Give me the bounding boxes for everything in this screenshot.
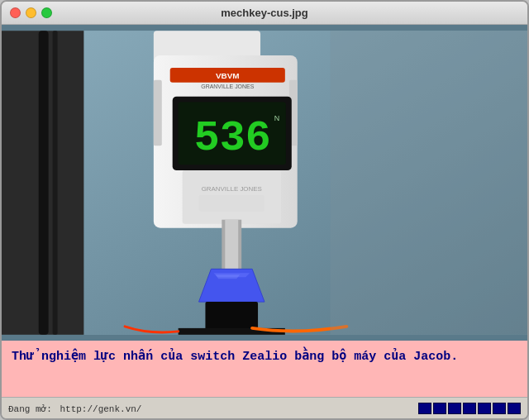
- traffic-lights: [10, 7, 52, 18]
- progress-bar: [418, 403, 521, 414]
- app-window: mechkey-cus.jpg: [0, 0, 529, 420]
- progress-seg-4: [463, 403, 476, 414]
- svg-rect-8: [154, 80, 162, 146]
- minimize-button[interactable]: [26, 7, 36, 18]
- caption-text: Thử nghiệm lực nhấn của switch Zealio bằ…: [12, 347, 517, 367]
- svg-rect-19: [199, 195, 265, 212]
- svg-rect-3: [39, 31, 49, 335]
- progress-seg-3: [448, 403, 461, 414]
- svg-text:VBVM: VBVM: [216, 71, 240, 80]
- status-url-value: http://genk.vn/: [60, 404, 141, 414]
- progress-seg-6: [493, 403, 506, 414]
- status-url: Đang mở: http://genk.vn/: [8, 401, 141, 416]
- progress-seg-5: [478, 403, 491, 414]
- svg-marker-25: [215, 274, 240, 279]
- svg-rect-28: [331, 31, 528, 335]
- svg-rect-26: [205, 302, 258, 331]
- photo-svg: VBVM GRANVILLE JONES 536 N GRANVILLE JON…: [2, 25, 527, 341]
- svg-text:GRANVILLE JONES: GRANVILLE JONES: [201, 84, 254, 89]
- progress-seg-2: [433, 403, 446, 414]
- svg-text:GRANVILLE JONES: GRANVILLE JONES: [202, 185, 262, 193]
- svg-text:536: 536: [194, 114, 271, 163]
- progress-seg-1: [418, 403, 431, 414]
- title-bar: mechkey-cus.jpg: [2, 2, 527, 25]
- svg-text:N: N: [274, 114, 279, 122]
- svg-rect-4: [53, 31, 58, 335]
- image-display: VBVM GRANVILLE JONES 536 N GRANVILLE JON…: [2, 25, 527, 341]
- status-bar: Đang mở: http://genk.vn/: [2, 397, 527, 418]
- status-label: Đang mở:: [8, 404, 52, 414]
- caption-area: Thử nghiệm lực nhấn của switch Zealio bằ…: [2, 341, 527, 397]
- progress-seg-7: [508, 403, 521, 414]
- window-title: mechkey-cus.jpg: [221, 7, 308, 19]
- close-button[interactable]: [10, 7, 21, 18]
- maximize-button[interactable]: [41, 7, 52, 18]
